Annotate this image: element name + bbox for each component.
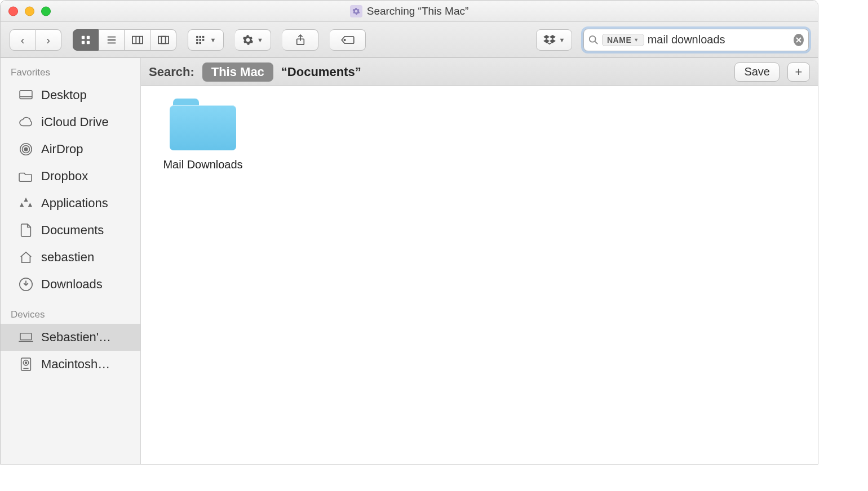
sidebar-item-dropbox[interactable]: Dropbox — [1, 163, 140, 190]
maximize-button[interactable] — [41, 6, 51, 16]
svg-rect-19 — [202, 39, 204, 41]
list-icon — [106, 35, 117, 45]
result-label: Mail Downloads — [163, 158, 242, 171]
documents-icon — [17, 223, 34, 238]
action-button[interactable]: ▼ — [235, 29, 271, 51]
minimize-button[interactable] — [25, 6, 34, 16]
view-buttons — [73, 29, 176, 51]
apps-icon — [17, 197, 34, 210]
laptop-icon — [17, 332, 34, 343]
sidebar-item-icloud[interactable]: iCloud Drive — [1, 109, 140, 136]
back-button[interactable]: ‹ — [10, 29, 36, 51]
list-view-button[interactable] — [99, 29, 125, 51]
sidebar-item-device-laptop[interactable]: Sebastien'… — [1, 324, 140, 351]
airdrop-icon — [17, 142, 34, 157]
toolbar: ‹ › ▼ ▼ — [1, 22, 818, 58]
sidebar: Favorites Desktop iCloud Drive AirDrop D… — [1, 58, 141, 464]
search-scope-pill[interactable]: NAME ▼ — [602, 34, 644, 46]
gallery-view-button[interactable] — [150, 29, 176, 51]
sidebar-item-device-hdd[interactable]: Macintosh… — [1, 351, 140, 378]
svg-rect-0 — [82, 35, 85, 38]
folder-icon — [170, 99, 236, 150]
svg-rect-7 — [132, 36, 143, 43]
add-criteria-button[interactable]: + — [787, 63, 810, 82]
svg-rect-32 — [20, 333, 32, 340]
traffic-lights — [8, 6, 51, 16]
save-label: Save — [744, 65, 770, 78]
svg-point-30 — [24, 148, 28, 151]
sidebar-item-label: Desktop — [41, 88, 87, 102]
svg-rect-3 — [87, 41, 90, 43]
sidebar-item-downloads[interactable]: Downloads — [1, 271, 140, 298]
column-view-button[interactable] — [125, 29, 150, 51]
save-search-button[interactable]: Save — [734, 63, 780, 82]
grid-icon — [81, 35, 91, 45]
svg-point-22 — [590, 35, 596, 42]
results-area[interactable]: Mail Downloads — [141, 86, 818, 464]
arrange-icon — [196, 35, 207, 44]
sidebar-item-label: AirDrop — [41, 142, 83, 157]
columns-icon — [131, 35, 144, 45]
chevron-down-icon: ▼ — [634, 37, 639, 43]
share-button[interactable] — [282, 29, 318, 51]
sidebar-item-label: sebastien — [41, 250, 94, 265]
close-button[interactable] — [8, 6, 18, 16]
svg-rect-26 — [20, 91, 32, 99]
sidebar-item-home[interactable]: sebastien — [1, 244, 140, 271]
svg-rect-2 — [82, 41, 85, 43]
nav-buttons: ‹ › — [10, 29, 61, 51]
home-icon — [17, 251, 34, 264]
forward-button[interactable]: › — [36, 29, 61, 51]
download-icon — [17, 277, 34, 292]
search-scope-bar: Search: This Mac “Documents” Save + — [141, 58, 818, 86]
main-area: Search: This Mac “Documents” Save + Mail… — [141, 58, 818, 464]
search-icon — [588, 35, 599, 45]
svg-rect-17 — [199, 42, 201, 44]
search-label: Search: — [149, 65, 194, 79]
svg-rect-12 — [196, 35, 198, 38]
svg-rect-15 — [199, 35, 201, 38]
tag-icon — [340, 35, 355, 45]
svg-rect-11 — [161, 36, 165, 43]
sidebar-item-label: Sebastien'… — [41, 330, 111, 345]
clear-search-button[interactable] — [794, 34, 804, 46]
sidebar-item-airdrop[interactable]: AirDrop — [1, 136, 140, 163]
svg-line-23 — [595, 41, 598, 44]
chevron-down-icon: ▼ — [559, 37, 565, 43]
body: Favorites Desktop iCloud Drive AirDrop D… — [1, 58, 818, 464]
sidebar-item-label: Applications — [41, 196, 108, 211]
sidebar-section-favorites: Favorites — [1, 64, 140, 82]
finder-window: Searching “This Mac” ‹ › ▼ — [0, 0, 818, 465]
result-item[interactable]: Mail Downloads — [152, 99, 254, 171]
sidebar-item-label: Documents — [41, 223, 104, 238]
search-scope-label: NAME — [607, 35, 631, 44]
icon-view-button[interactable] — [73, 29, 99, 51]
chevron-down-icon: ▼ — [210, 37, 216, 43]
svg-rect-10 — [158, 36, 169, 43]
svg-rect-13 — [196, 39, 198, 41]
plus-icon: + — [795, 65, 803, 79]
dropbox-button[interactable]: ▼ — [536, 29, 572, 51]
search-input[interactable] — [648, 33, 790, 46]
hdd-icon — [17, 357, 34, 372]
sidebar-item-label: Downloads — [41, 277, 103, 292]
sidebar-item-documents[interactable]: Documents — [1, 217, 140, 244]
sidebar-section-devices: Devices — [1, 306, 140, 324]
scope-documents[interactable]: “Documents” — [281, 65, 361, 79]
dropbox-icon — [543, 34, 556, 46]
svg-point-36 — [25, 362, 27, 364]
chevron-left-icon: ‹ — [21, 34, 25, 46]
scope-this-mac[interactable]: This Mac — [202, 63, 273, 82]
close-icon — [796, 37, 801, 43]
svg-rect-14 — [196, 42, 198, 44]
sidebar-item-desktop[interactable]: Desktop — [1, 82, 140, 109]
arrange-button[interactable]: ▼ — [188, 29, 224, 51]
cloud-icon — [17, 117, 34, 128]
search-field[interactable]: NAME ▼ — [583, 29, 809, 51]
smart-folder-icon — [350, 5, 362, 17]
svg-rect-18 — [202, 35, 204, 38]
svg-point-21 — [344, 39, 346, 41]
sidebar-item-applications[interactable]: Applications — [1, 190, 140, 217]
gallery-icon — [157, 35, 170, 45]
tags-button[interactable] — [330, 29, 366, 51]
